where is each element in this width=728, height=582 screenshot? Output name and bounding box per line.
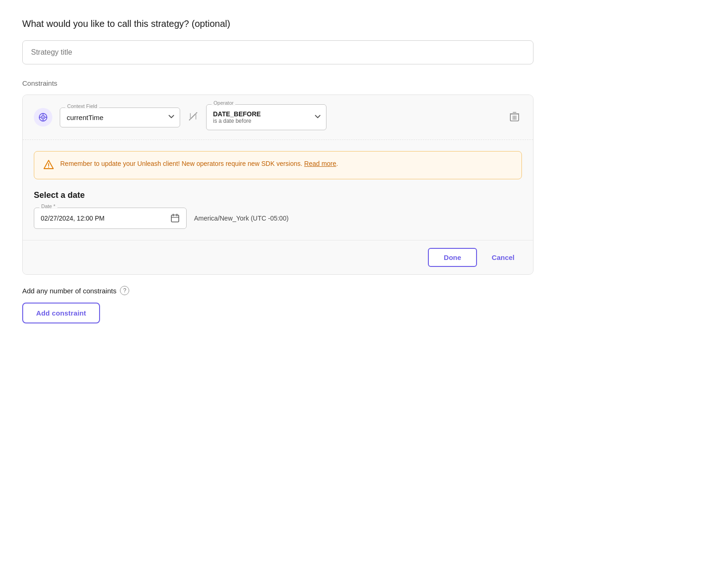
operator-description: is a date before: [213, 118, 261, 124]
constraint-footer: Done Cancel: [23, 240, 533, 274]
cancel-button[interactable]: Cancel: [484, 249, 522, 266]
constraints-label: Constraints: [22, 79, 533, 87]
context-field-select[interactable]: currentTime userId sessionId remoteAddre…: [60, 108, 180, 127]
add-constraint-button[interactable]: Add constraint: [22, 303, 100, 323]
date-row: Date * 02/27/2024, 12:00 PM America/New_…: [34, 208, 522, 229]
context-icon: [34, 108, 52, 127]
svg-rect-18: [171, 215, 179, 222]
context-field-wrapper: Context Field currentTime userId session…: [60, 108, 180, 127]
warning-link[interactable]: Read more: [304, 160, 336, 167]
select-date-label: Select a date: [34, 190, 522, 200]
constraint-header: Context Field currentTime userId session…: [23, 95, 533, 140]
warning-banner: Remember to update your Unleash client! …: [34, 151, 522, 179]
date-field-label: Date *: [39, 203, 57, 209]
constraint-body: Remember to update your Unleash client! …: [23, 140, 533, 240]
operator-value: DATE_BEFORE: [213, 110, 261, 118]
constraint-card: Context Field currentTime userId session…: [22, 95, 533, 275]
invert-icon: [188, 111, 199, 124]
add-any-constraints-text: Add any number of constraints: [22, 287, 116, 295]
warning-text: Remember to update your Unleash client! …: [60, 159, 338, 169]
page-question: What would you like to call this strateg…: [22, 19, 533, 29]
date-field-wrapper: Date * 02/27/2024, 12:00 PM: [34, 208, 187, 229]
done-button[interactable]: Done: [428, 248, 477, 267]
svg-point-17: [48, 167, 49, 168]
operator-label: Operator: [212, 100, 235, 106]
operator-chevron: [314, 113, 321, 121]
svg-point-2: [43, 117, 44, 118]
timezone-text: America/New_York (UTC -05:00): [194, 215, 289, 222]
strategy-title-input[interactable]: [22, 40, 533, 64]
add-any-constraints-row: Add any number of constraints ?: [22, 286, 533, 295]
delete-button[interactable]: [507, 109, 522, 126]
date-input[interactable]: 02/27/2024, 12:00 PM: [34, 208, 187, 229]
warning-icon: [44, 159, 54, 171]
context-field-label: Context Field: [65, 103, 99, 109]
help-icon[interactable]: ?: [120, 286, 129, 295]
operator-select[interactable]: DATE_BEFORE is a date before: [206, 104, 326, 130]
operator-wrapper: Operator DATE_BEFORE is a date before: [206, 104, 326, 130]
